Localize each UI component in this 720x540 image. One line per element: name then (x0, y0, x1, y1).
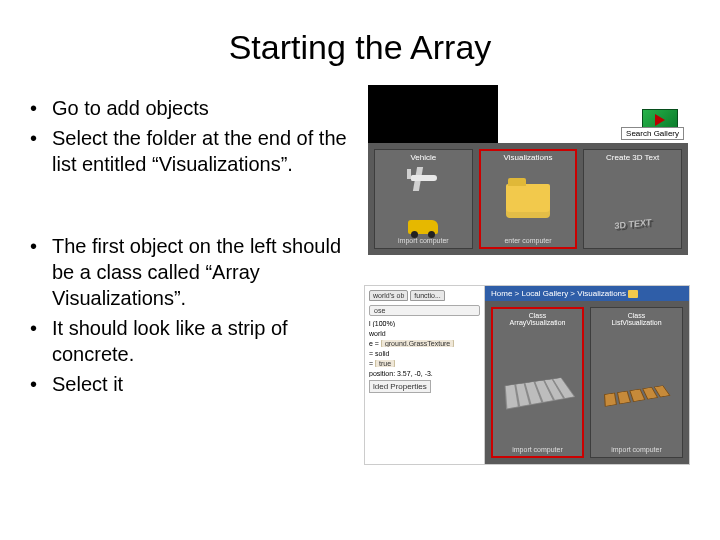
search-gallery-button[interactable]: Search Gallery (621, 127, 684, 140)
bullet-item: Select it (28, 371, 368, 397)
breadcrumb-text: Home > Local Gallery > Visualizations (491, 289, 626, 298)
list-strip-icon (603, 385, 669, 406)
card-label-line1: Class (611, 312, 661, 319)
gallery-item-vehicle[interactable]: Vehicle import computer (374, 149, 473, 249)
property-value[interactable]: true (375, 360, 395, 367)
right-column: Search Gallery Vehicle import computer V… (368, 95, 692, 401)
screenshot-gallery-top: Search Gallery Vehicle import computer V… (368, 85, 688, 255)
property-row: position: 3.57, -0, -3. (369, 370, 480, 377)
gallery-row: Search Gallery Vehicle import computer V… (368, 143, 688, 255)
gallery-cards: Class ArrayVisualization import computer… (485, 301, 689, 464)
car-icon (408, 220, 438, 234)
gallery-item-3dtext[interactable]: Create 3D Text 3D TEXT (583, 149, 682, 249)
gallery-item-label: Create 3D Text (606, 154, 659, 162)
bullet-list-top: Go to add objects Select the folder at t… (28, 95, 368, 177)
3d-text-icon: 3D TEXT (608, 201, 658, 246)
seldom-properties-button[interactable]: lded Properties (369, 380, 431, 393)
folder-icon (628, 290, 638, 298)
left-column: Go to add objects Select the folder at t… (28, 95, 368, 401)
property-row: e = ground.GrassTexture (369, 340, 480, 347)
viewport-black-region (368, 85, 498, 143)
page-title: Starting the Array (0, 28, 720, 67)
property-row: = true (369, 360, 480, 367)
card-array-visualization[interactable]: Class ArrayVisualization import computer (491, 307, 584, 458)
gallery-panel: Home > Local Gallery > Visualizations Cl… (485, 286, 689, 464)
property-row: = solid (369, 350, 480, 357)
breadcrumb[interactable]: Home > Local Gallery > Visualizations (485, 286, 689, 301)
gallery-item-label: Vehicle (410, 154, 436, 162)
card-label-line1: Class (510, 312, 566, 319)
bullet-item: It should look like a strip of concrete. (28, 315, 368, 367)
gallery-item-visualizations[interactable]: Visualizations enter computer (479, 149, 578, 249)
gallery-item-sub: import computer (398, 237, 449, 244)
tab-row: world's ob functio... (369, 290, 480, 301)
bullet-item: The first object on the left should be a… (28, 233, 368, 311)
bullet-item: Go to add objects (28, 95, 368, 121)
property-value[interactable]: ground.GrassTexture (381, 340, 454, 347)
card-sub: import computer (512, 446, 563, 453)
gallery-item-label: Visualizations (504, 154, 553, 162)
folder-icon (506, 184, 550, 218)
properties-panel: world's ob functio... ose l (100%) world… (365, 286, 485, 464)
content-row: Go to add objects Select the folder at t… (0, 95, 720, 401)
property-row: world (369, 330, 480, 337)
bullet-list-bottom: The first object on the left should be a… (28, 233, 368, 397)
bullet-item: Select the folder at the end of the list… (28, 125, 368, 177)
property-row: l (100%) (369, 320, 480, 327)
card-list-visualization[interactable]: Class ListVisualization import computer (590, 307, 683, 458)
array-strip-icon (504, 378, 575, 410)
close-chip[interactable]: ose (369, 305, 480, 316)
tab-functions[interactable]: functio... (410, 290, 444, 301)
tab-worlds[interactable]: world's ob (369, 290, 408, 301)
card-label-line2: ListVisualization (611, 319, 661, 326)
card-label-line2: ArrayVisualization (510, 319, 566, 326)
screenshot-properties-gallery: world's ob functio... ose l (100%) world… (364, 285, 690, 465)
airplane-icon (401, 163, 445, 193)
card-sub: import computer (611, 446, 662, 453)
gallery-item-sub: enter computer (504, 237, 551, 244)
